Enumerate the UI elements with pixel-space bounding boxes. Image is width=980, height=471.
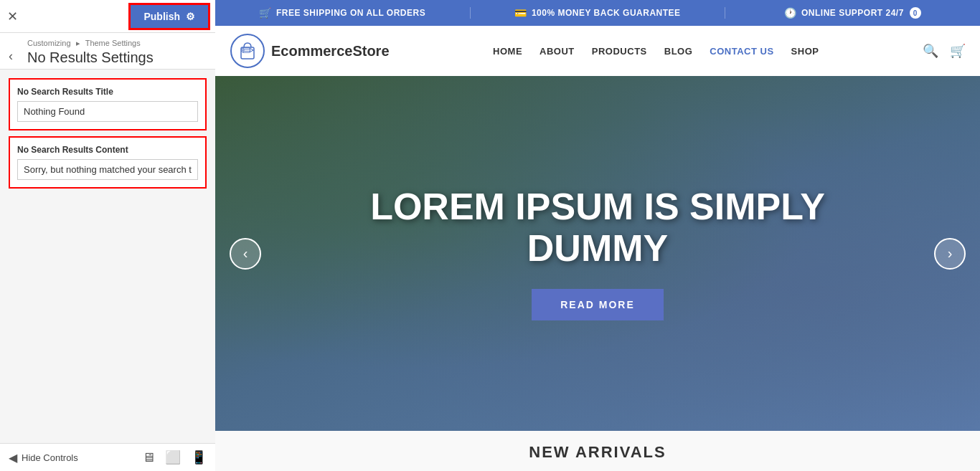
carousel-next-button[interactable]: › [934, 238, 966, 270]
support-text: ONLINE SUPPORT 24/7 [801, 8, 904, 18]
nav-about[interactable]: ABOUT [540, 44, 575, 57]
gear-icon: ⚙ [186, 11, 195, 22]
breadcrumb-section: Theme Settings [85, 39, 141, 47]
content-field-label: No Search Results Content [17, 145, 198, 155]
announcement-support: 🕐 ONLINE SUPPORT 24/7 0 [725, 7, 980, 19]
hide-controls-icon: ◀ [9, 451, 17, 465]
logo-text: EcommerceStore [271, 43, 390, 60]
top-bar: ✕ Publish ⚙ [0, 0, 215, 33]
search-button[interactable]: 🔍 [923, 43, 938, 59]
nav-contact[interactable]: CONTACT US [710, 44, 773, 57]
nav-home[interactable]: HOME [493, 44, 522, 57]
no-search-title-group: No Search Results Title [9, 78, 207, 130]
desktop-icon[interactable]: 🖥 [142, 449, 155, 465]
new-arrivals-section: NEW ARRIVALS [215, 431, 980, 471]
back-button[interactable]: ‹ [0, 42, 22, 71]
cart-button[interactable]: 🛒 [950, 43, 966, 59]
hero-content: LOREM IPSUM IS SIMPLY DUMMY READ MORE [347, 186, 849, 320]
support-icon: 🕐 [784, 7, 797, 19]
hide-controls-button[interactable]: ◀ Hide Controls [9, 451, 78, 465]
announcement-bar: 🛒 FREE SHIPPING ON ALL ORDERS 💳 100% MON… [215, 0, 980, 26]
publish-button[interactable]: Publish ⚙ [131, 5, 208, 28]
page-title: No Results Settings [27, 49, 207, 66]
carousel-prev-button[interactable]: ‹ [230, 238, 261, 270]
hero-read-more-button[interactable]: READ MORE [532, 289, 664, 320]
logo-area: ✏ EcommerceStore [230, 33, 390, 69]
title-field-label: No Search Results Title [17, 87, 198, 97]
mobile-icon[interactable]: 📱 [191, 449, 207, 465]
breadcrumb-root: Customizing [27, 39, 71, 47]
nav-products[interactable]: PRODUCTS [592, 44, 647, 57]
cart-icon: 🛒 [259, 7, 272, 19]
logo-icon: ✏ [230, 33, 265, 69]
customizer-panel: ✕ Publish ⚙ Customizing ▸ Theme Settings… [0, 0, 215, 471]
title-input[interactable] [17, 101, 198, 122]
nav-icons: 🔍 🛒 [923, 43, 966, 59]
nav-links: HOME ABOUT PRODUCTS BLOG CONTACT US SHOP [493, 44, 819, 57]
new-arrivals-title: NEW ARRIVALS [529, 443, 666, 462]
guarantee-icon: 💳 [514, 7, 527, 19]
breadcrumb: Customizing ▸ Theme Settings [27, 39, 207, 48]
settings-content: No Search Results Title No Search Result… [0, 70, 215, 443]
close-button[interactable]: ✕ [7, 9, 18, 24]
breadcrumb-separator: ▸ [76, 39, 83, 47]
announcement-shipping: 🛒 FREE SHIPPING ON ALL ORDERS [215, 7, 471, 19]
bottom-bar: ◀ Hide Controls 🖥 ⬜ 📱 [0, 443, 215, 471]
hide-controls-label: Hide Controls [22, 452, 78, 463]
preview-area: 🛒 FREE SHIPPING ON ALL ORDERS 💳 100% MON… [215, 0, 980, 471]
breadcrumb-area: Customizing ▸ Theme Settings No Results … [0, 33, 215, 70]
main-nav: HOME ABOUT PRODUCTS BLOG CONTACT US SHOP [493, 44, 819, 57]
no-search-content-group: No Search Results Content [9, 136, 207, 189]
guarantee-text: 100% MONEY BACK GUARANTEE [532, 8, 681, 18]
device-icons: 🖥 ⬜ 📱 [142, 449, 207, 465]
publish-label: Publish [143, 11, 180, 22]
shipping-text: FREE SHIPPING ON ALL ORDERS [276, 8, 425, 18]
announcement-guarantee: 💳 100% MONEY BACK GUARANTEE [471, 7, 726, 19]
cart-badge: 0 [910, 7, 921, 19]
hero-section: ‹ LOREM IPSUM IS SIMPLY DUMMY READ MORE … [215, 76, 980, 431]
content-input[interactable] [17, 159, 198, 180]
svg-text:✏: ✏ [241, 42, 255, 60]
nav-shop[interactable]: SHOP [791, 44, 819, 57]
hero-title: LOREM IPSUM IS SIMPLY DUMMY [347, 186, 849, 268]
nav-blog[interactable]: BLOG [664, 44, 693, 57]
tablet-icon[interactable]: ⬜ [165, 449, 181, 465]
navbar: ✏ EcommerceStore HOME ABOUT PRODUCTS BLO… [215, 26, 980, 76]
